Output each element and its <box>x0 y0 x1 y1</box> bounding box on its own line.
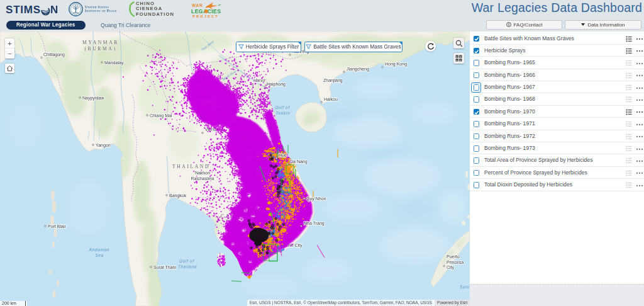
city-marker <box>147 115 148 116</box>
layer-options-menu[interactable] <box>636 38 643 40</box>
layer-row: Bombing Runs- 1965 <box>470 57 644 69</box>
city-marker <box>443 265 445 267</box>
layer-checkbox[interactable] <box>474 36 480 42</box>
legend-toggle-icon[interactable] <box>626 121 632 127</box>
layer-checkbox[interactable] <box>474 145 480 152</box>
city-marker <box>303 198 305 200</box>
map-label-city: Surat Thani <box>153 265 177 269</box>
layer-options-menu[interactable] <box>636 62 643 65</box>
basemap: CAMBODIAHo Chi Minh CityVientianeBlack R… <box>0 31 470 306</box>
layer-label: Bombing Runs- 1967 <box>484 81 535 93</box>
layer-checkbox[interactable] <box>474 48 480 54</box>
city-marker <box>41 57 43 59</box>
legend-toggle-icon[interactable] <box>626 36 632 42</box>
legend-toggle-icon[interactable] <box>626 72 632 79</box>
data-information-button[interactable]: Data Information <box>565 20 641 30</box>
layer-options-menu[interactable] <box>636 148 643 150</box>
scale-bar-label: 200 km <box>2 301 16 306</box>
layer-checkbox[interactable] <box>474 72 480 79</box>
map-label-water: Andaman <box>89 247 109 252</box>
layer-options-menu[interactable] <box>636 123 643 126</box>
home-icon <box>6 65 13 72</box>
layer-label: Battle Sites with Known Mass Graves <box>484 33 574 45</box>
legend-toggle-icon[interactable] <box>626 182 632 188</box>
home-button[interactable] <box>5 64 14 73</box>
legend-toggle-icon[interactable] <box>626 109 632 115</box>
chino-leaf-icon <box>128 1 135 17</box>
legend-toggle-icon[interactable] <box>626 170 632 176</box>
layer-row: Percent of Province Sprayed by Herbicide… <box>470 167 644 179</box>
stimson-logo-text-end: N <box>50 4 58 16</box>
map-label-city: Da Nang <box>290 159 308 164</box>
stimson-logo-text: STIMS <box>6 4 41 16</box>
search-button[interactable] <box>453 38 464 48</box>
legend-toggle-icon[interactable] <box>626 145 632 152</box>
zoom-widget: + − <box>5 38 14 59</box>
layer-label: Bombing Runs- 1968 <box>484 93 535 105</box>
map-label-city: Hong Kong <box>385 62 407 67</box>
layer-checkbox[interactable] <box>474 109 480 115</box>
layer-options-menu[interactable] <box>636 184 643 187</box>
layer-options-menu[interactable] <box>636 135 643 138</box>
layer-row: Bombing Runs- 1968 <box>470 93 644 105</box>
tab-quang-tri-clearance[interactable]: Quang Tri Clearance <box>101 22 150 28</box>
layer-options-menu[interactable] <box>636 160 643 162</box>
layer-checkbox[interactable] <box>474 157 480 164</box>
faq-contact-button[interactable]: FAQ/Contact <box>486 20 562 30</box>
layer-row: Bombing Runs- 1972 <box>470 130 644 142</box>
herbicide-sprays-filter-button[interactable]: Herbicide Sprays Filter <box>236 42 301 52</box>
layer-checkbox[interactable] <box>474 60 480 66</box>
layer-options-menu[interactable] <box>636 172 643 174</box>
info-icon <box>506 22 511 27</box>
layer-row: Bombing Runs- 1966 <box>470 69 644 81</box>
layer-checkbox[interactable] <box>474 96 480 103</box>
legend-toggle-icon[interactable] <box>626 48 632 54</box>
layer-row: Herbicide Sprays <box>470 45 644 57</box>
zoom-in-button[interactable]: + <box>5 38 14 48</box>
panel-footer <box>470 284 644 306</box>
faq-contact-label: FAQ/Contact <box>514 22 543 28</box>
city-marker <box>92 144 94 146</box>
layer-label: Bombing Runs- 1966 <box>484 69 535 81</box>
legend-toggle-icon[interactable] <box>626 157 632 164</box>
layer-checkbox[interactable] <box>474 121 480 127</box>
layer-checkbox[interactable] <box>474 84 480 91</box>
reset-extent-button[interactable] <box>425 41 436 52</box>
map-label-city: Hue <box>279 153 287 157</box>
map-label-water: Gulf of <box>179 259 194 263</box>
layer-checkbox[interactable] <box>474 182 480 188</box>
basemap-gallery-button[interactable] <box>453 53 464 64</box>
map-label-city: Ratchasima <box>191 176 214 181</box>
city-marker <box>264 86 266 88</box>
layer-checkbox[interactable] <box>474 170 480 176</box>
legend-toggle-icon[interactable] <box>626 60 632 66</box>
zoom-out-button[interactable]: − <box>5 48 14 59</box>
layer-options-menu[interactable] <box>636 87 643 89</box>
city-marker <box>166 195 168 196</box>
map-container[interactable]: CAMBODIAHo Chi Minh CityVientianeBlack R… <box>0 31 470 306</box>
city-marker <box>289 54 291 56</box>
layer-row: Bombing Runs- 1973 <box>470 142 644 154</box>
chino-cienega-logo: CHINO CIENEGA FOUNDATION <box>128 1 174 17</box>
page-title: War Legacies Data Dashboard <box>472 1 642 15</box>
legend-toggle-icon[interactable] <box>626 96 632 103</box>
tab-regional-war-legacies[interactable]: Regional War Legacies <box>6 21 86 30</box>
layer-options-menu[interactable] <box>636 50 643 52</box>
legend-toggle-icon[interactable] <box>626 133 632 140</box>
city-marker <box>45 225 47 227</box>
battle-sites-filter-button[interactable]: Battle Sites with Known Mass Graves <box>304 42 402 52</box>
layer-label: Total Area of Province Sprayed by Herbic… <box>484 154 592 166</box>
filter-corner-fold <box>399 42 402 45</box>
layer-options-menu[interactable] <box>636 74 643 77</box>
layer-list: Battle Sites with Known Mass Graves Herb… <box>470 33 644 191</box>
layer-options-menu[interactable] <box>636 111 643 113</box>
basemap-grid-icon <box>455 55 462 62</box>
layer-checkbox[interactable] <box>474 133 480 140</box>
layer-label: Bombing Runs- 1965 <box>484 57 535 69</box>
map-label-city: Chittagong <box>43 52 65 57</box>
scale-bar: 200 km <box>0 301 27 306</box>
legend-toggle-icon[interactable] <box>626 84 632 91</box>
layer-label: Total Dioxin Deposited by Herbicides <box>484 179 572 191</box>
layer-options-menu[interactable] <box>636 99 643 101</box>
search-icon <box>455 40 463 47</box>
